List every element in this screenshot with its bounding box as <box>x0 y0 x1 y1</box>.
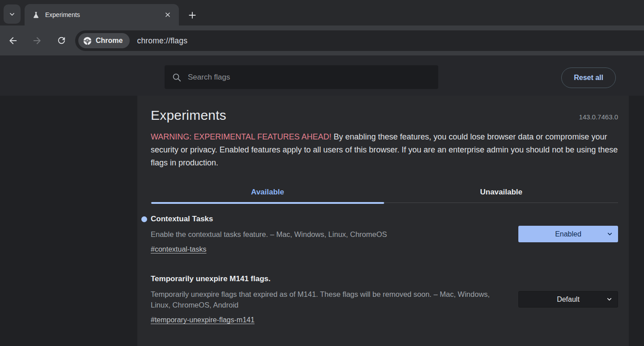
reset-all-button[interactable]: Reset all <box>561 68 616 88</box>
chevron-down-icon <box>606 296 613 303</box>
arrow-left-icon <box>8 35 18 46</box>
chrome-logo-icon <box>83 36 92 46</box>
browser-window: Experiments <box>0 0 644 346</box>
browser-toolbar: Chrome chrome://flags <box>0 25 644 55</box>
flag-text: Contextual Tasks Enable the contextual t… <box>151 215 518 253</box>
back-button[interactable] <box>3 30 23 51</box>
tab-available-label: Available <box>251 188 284 197</box>
flags-page-header: Reset all <box>0 55 644 96</box>
tab-title: Experiments <box>45 11 162 18</box>
flag-select-contextual-tasks[interactable]: Enabled <box>518 226 618 242</box>
site-chip[interactable]: Chrome <box>78 33 130 48</box>
new-tab-button[interactable] <box>184 7 200 23</box>
flag-row-temporary-unexpire-m141: Temporarily unexpire M141 flags. Tempora… <box>151 274 618 324</box>
search-input[interactable] <box>188 73 431 82</box>
tab-unavailable-label: Unavailable <box>480 188 523 197</box>
chevron-down-icon <box>8 11 16 18</box>
tab-available[interactable]: Available <box>151 181 385 203</box>
url-text[interactable]: chrome://flags <box>137 36 187 46</box>
version-label: 143.0.7463.0 <box>579 113 618 121</box>
flag-select-value: Default <box>557 295 580 304</box>
flag-text: Temporarily unexpire M141 flags. Tempora… <box>151 274 518 324</box>
tab-unavailable[interactable]: Unavailable <box>385 181 619 203</box>
tab-close-button[interactable] <box>162 9 174 21</box>
search-box[interactable] <box>165 65 438 89</box>
flag-description: Enable the contextual tasks feature. – M… <box>151 229 500 240</box>
warning-text: WARNING: EXPERIMENTAL FEATURES AHEAD! By… <box>151 131 618 169</box>
title-row: Experiments 143.0.7463.0 <box>151 108 618 123</box>
flag-description: Temporarily unexpire flags that expired … <box>151 289 500 310</box>
flag-select-temporary-unexpire-m141[interactable]: Default <box>518 291 618 308</box>
close-icon <box>165 12 171 18</box>
chevron-down-icon <box>606 231 613 237</box>
browser-tab-experiments[interactable]: Experiments <box>25 4 179 25</box>
flag-permalink[interactable]: #temporary-unexpire-flags-m141 <box>151 316 254 324</box>
flag-row-contextual-tasks: Contextual Tasks Enable the contextual t… <box>151 215 618 253</box>
site-chip-label: Chrome <box>96 37 123 45</box>
tab-strip: Experiments <box>0 0 644 25</box>
omnibox[interactable]: Chrome chrome://flags <box>75 30 644 51</box>
flag-select-value: Enabled <box>555 230 581 238</box>
tab-search-button[interactable] <box>4 4 21 24</box>
arrow-right-icon <box>32 35 42 46</box>
flag-tabs: Available Unavailable <box>151 181 618 203</box>
plus-icon <box>188 11 197 20</box>
flag-permalink[interactable]: #contextual-tasks <box>151 245 207 253</box>
forward-button[interactable] <box>27 30 47 51</box>
search-icon <box>172 72 182 82</box>
flag-title: Temporarily unexpire M141 flags. <box>151 274 271 283</box>
flask-icon <box>32 11 40 19</box>
page-title: Experiments <box>151 108 226 123</box>
flags-panel: Experiments 143.0.7463.0 WARNING: EXPERI… <box>137 96 629 346</box>
flag-title: Contextual Tasks <box>151 215 213 223</box>
reload-button[interactable] <box>51 30 72 51</box>
page-content: Experiments 143.0.7463.0 WARNING: EXPERI… <box>0 96 644 346</box>
reload-icon <box>56 35 67 46</box>
warning-highlight: WARNING: EXPERIMENTAL FEATURES AHEAD! <box>151 132 331 141</box>
modified-indicator-dot <box>141 216 147 222</box>
